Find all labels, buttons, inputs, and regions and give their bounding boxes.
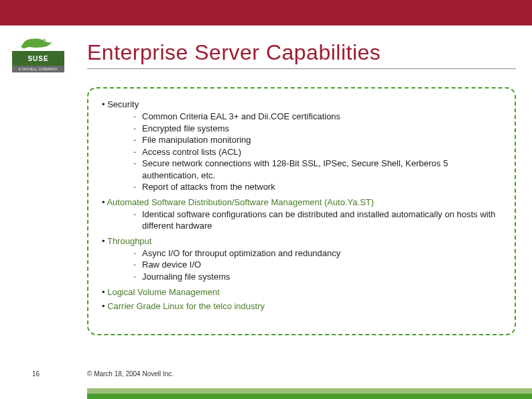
list-item: Common Criteria EAL 3+ and Dii.COE certi… (134, 111, 505, 123)
list-item: Encrypted file systems (134, 123, 505, 135)
list-item: Secure network connections with 128-Bit … (134, 158, 505, 181)
section-label: Throughput (107, 236, 152, 246)
list-item: Access control lists (ACL) (134, 146, 505, 158)
top-bar (0, 0, 532, 25)
list-item: File manipulation monitoring (134, 134, 505, 146)
page-title: Enterprise Server Capabilities (87, 40, 381, 65)
page-number: 16 (32, 370, 40, 378)
copyright: © March 18, 2004 Novell Inc. (87, 370, 174, 378)
section-label: Logical Volume Management (107, 287, 220, 297)
list-item: Raw device I/O (134, 259, 505, 271)
section-heading: Security (102, 99, 505, 109)
list-item: Journaling file systems (134, 271, 505, 283)
brand-text: SUSE (27, 55, 48, 62)
section-label: Carrier Grade Linux for the telco indust… (107, 301, 265, 311)
section-heading: Logical Volume Management (102, 287, 505, 297)
section-heading: Throughput (102, 236, 505, 246)
sub-list: Common Criteria EAL 3+ and Dii.COE certi… (134, 111, 505, 193)
list-item: Report of attacks from the network (134, 181, 505, 193)
list-item: Identical software configurations can be… (134, 209, 505, 232)
sub-list: Identical software configurations can be… (134, 209, 505, 232)
svg-point-1 (44, 40, 46, 42)
suse-logo: SUSE A NOVELL COMPANY (12, 35, 64, 70)
content-box: SecurityCommon Criteria EAL 3+ and Dii.C… (87, 87, 516, 335)
section-heading: Carrier Grade Linux for the telco indust… (102, 301, 505, 311)
sub-list: Async I/O for throuput optimization and … (134, 247, 505, 283)
section-label: Automated Software Distribution/Software… (107, 197, 374, 207)
footer-bar-dark (87, 394, 532, 399)
title-underline (87, 68, 516, 69)
brand-subline: A NOVELL COMPANY (12, 66, 64, 72)
chameleon-icon (20, 35, 54, 50)
suse-brand-stripe: SUSE (12, 51, 64, 66)
list-item: Async I/O for throuput optimization and … (134, 247, 505, 260)
section-heading: Automated Software Distribution/Software… (102, 197, 505, 207)
section-label: Security (107, 99, 139, 109)
